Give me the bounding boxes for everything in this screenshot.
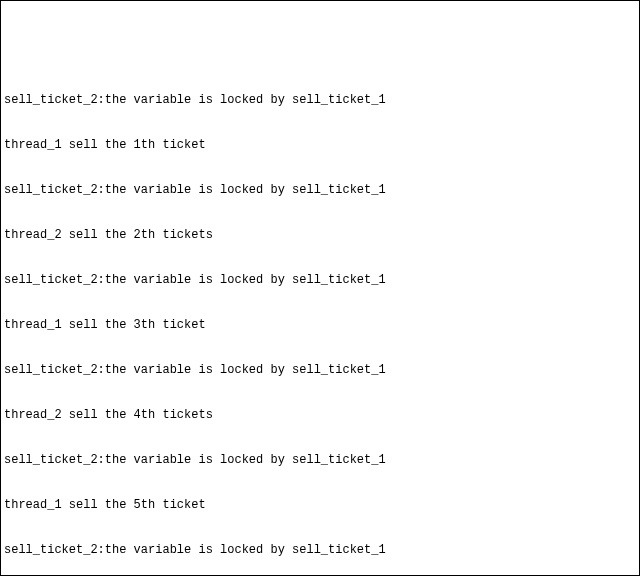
output-line: sell_ticket_2:the variable is locked by …: [4, 363, 636, 378]
output-line: sell_ticket_2:the variable is locked by …: [4, 273, 636, 288]
output-line: thread_1 sell the 1th ticket: [4, 138, 636, 153]
output-line: sell_ticket_2:the variable is locked by …: [4, 453, 636, 468]
output-line: thread_1 sell the 3th ticket: [4, 318, 636, 333]
output-line: sell_ticket_2:the variable is locked by …: [4, 543, 636, 558]
output-line: thread_2 sell the 2th tickets: [4, 228, 636, 243]
output-line: sell_ticket_2:the variable is locked by …: [4, 183, 636, 198]
output-line: thread_1 sell the 5th ticket: [4, 498, 636, 513]
output-line: sell_ticket_2:the variable is locked by …: [4, 93, 636, 108]
output-line: thread_2 sell the 4th tickets: [4, 408, 636, 423]
console-output[interactable]: sell_ticket_2:the variable is locked by …: [4, 63, 636, 576]
